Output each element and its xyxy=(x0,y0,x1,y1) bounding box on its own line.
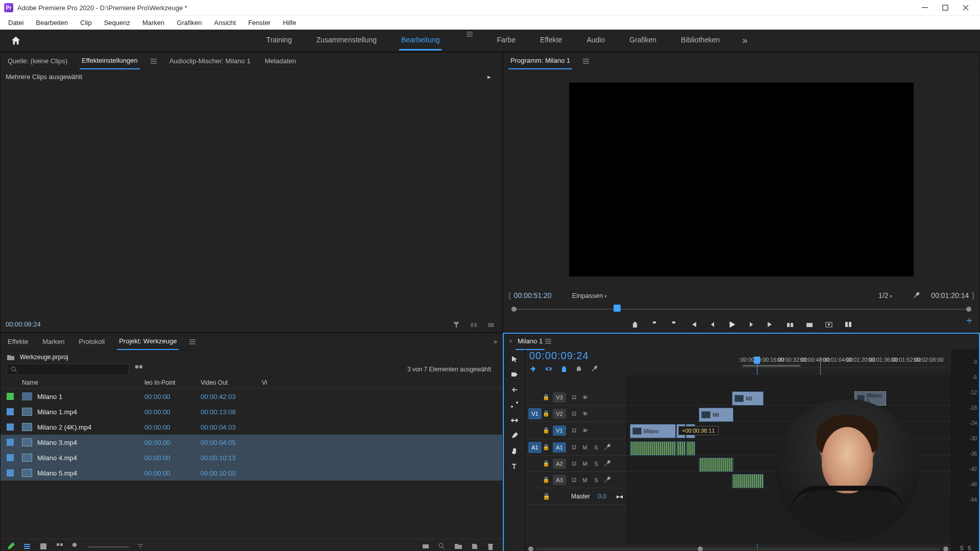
add-button-icon[interactable]: ＋ xyxy=(964,313,974,327)
freeform-view-icon[interactable] xyxy=(134,364,144,374)
menu-bearbeiten[interactable]: Bearbeiten xyxy=(30,17,74,29)
find-icon[interactable] xyxy=(438,542,447,551)
timeline-clip[interactable] xyxy=(686,441,695,456)
menu-marken[interactable]: Marken xyxy=(136,17,170,29)
home-icon[interactable] xyxy=(10,35,21,46)
playhead-icon[interactable] xyxy=(614,305,621,312)
source-timecode[interactable]: 00:00:09:24 xyxy=(6,320,41,328)
menu-fenster[interactable]: Fenster xyxy=(242,17,277,29)
linked-selection-icon[interactable] xyxy=(545,365,554,374)
project-row[interactable]: Milano 5.mp4 00:00:00 00:00:10:00 xyxy=(1,465,502,481)
timeline-clip[interactable] xyxy=(732,474,764,488)
maximize-button[interactable] xyxy=(935,0,955,15)
tab-audioclip-mischer[interactable]: Audioclip-Mischer: Milano 1 xyxy=(167,53,253,69)
mark-out-icon[interactable] xyxy=(669,320,678,329)
timeline-clip[interactable]: Mil xyxy=(732,391,764,406)
step-forward-icon[interactable] xyxy=(747,320,756,329)
new-bin-icon[interactable] xyxy=(454,542,463,551)
panel-overflow-icon[interactable]: » xyxy=(494,338,497,345)
master-collapse-icon[interactable]: ▸◂ xyxy=(617,493,627,500)
timeline-ruler[interactable]: :00:00 00:00:16:00 00:00:32:00 00:00:48:… xyxy=(741,357,947,368)
bin-icon[interactable] xyxy=(7,354,15,361)
freeform-icon[interactable] xyxy=(56,542,65,551)
tab-effekte[interactable]: Effekte xyxy=(6,334,30,349)
program-viewer[interactable] xyxy=(569,83,914,277)
step-back-icon[interactable] xyxy=(708,320,717,329)
panel-menu-icon[interactable] xyxy=(189,338,196,345)
timeline-clip[interactable] xyxy=(630,441,676,456)
chevron-right-icon[interactable]: ▸ xyxy=(487,73,491,81)
menu-clip[interactable]: Clip xyxy=(74,17,97,29)
tab-quelle[interactable]: Quelle: (keine Clips) xyxy=(6,53,69,69)
zoom-slider-dot[interactable] xyxy=(72,542,81,551)
menu-datei[interactable]: Datei xyxy=(2,17,30,29)
close-button[interactable] xyxy=(955,0,976,15)
workspace-bibliotheken[interactable]: Bibliotheken xyxy=(679,31,722,51)
comparison-view-icon[interactable] xyxy=(844,320,853,329)
workspace-overflow-icon[interactable]: » xyxy=(742,35,747,46)
list-view-icon[interactable] xyxy=(23,542,32,551)
selection-tool-icon[interactable] xyxy=(509,354,520,364)
workspace-farbe[interactable]: Farbe xyxy=(495,31,518,51)
icon-view-icon[interactable] xyxy=(39,542,48,551)
tl-settings-icon[interactable] xyxy=(591,365,600,374)
project-row[interactable]: Milano 1 00:00:00 00:00:42:03 xyxy=(1,389,502,404)
snap-icon[interactable] xyxy=(529,365,538,374)
tab-projekt[interactable]: Projekt: Werkzeuge xyxy=(117,333,179,350)
workspace-effekte[interactable]: Effekte xyxy=(538,31,564,51)
pen-tool-icon[interactable] xyxy=(509,431,520,441)
mark-in-icon[interactable] xyxy=(650,320,659,329)
go-to-in-icon[interactable] xyxy=(689,320,698,329)
project-column-headers[interactable]: Name leo In-Point Video Out Vi xyxy=(1,377,502,389)
minimize-button[interactable] xyxy=(915,0,935,15)
new-item-icon[interactable] xyxy=(471,542,480,551)
trash-icon[interactable] xyxy=(487,542,496,551)
project-row[interactable]: Milano 2 (4K).mp4 00:00:00 00:00:04:03 xyxy=(1,419,502,435)
timeline-timecode[interactable]: 00:00:09:24 xyxy=(529,350,631,362)
go-to-out-icon[interactable] xyxy=(766,320,775,329)
tab-protokoll[interactable]: Protokoll xyxy=(77,334,107,349)
menu-ansicht[interactable]: Ansicht xyxy=(208,17,242,29)
solo-safe-label[interactable]: S S xyxy=(952,545,979,551)
timeline-clip[interactable] xyxy=(676,441,685,456)
track-header-a1[interactable]: A1🔒A1 ⊡MS🎤 xyxy=(525,439,627,456)
track-header-v1[interactable]: 🔒V1 ⊡👁 xyxy=(525,422,627,439)
workspace-audio[interactable]: Audio xyxy=(584,31,607,51)
project-row[interactable]: Milano 4.mp4 00:00:00 00:00:10:13 xyxy=(1,450,502,465)
panel-menu-icon[interactable] xyxy=(582,58,590,65)
lift-icon[interactable] xyxy=(786,320,795,329)
close-tab-icon[interactable]: × xyxy=(509,338,512,345)
extract-icon[interactable] xyxy=(805,320,814,329)
timeline-clip[interactable]: Milano xyxy=(630,424,676,438)
menu-grafiken[interactable]: Grafiken xyxy=(170,17,208,29)
play-button[interactable] xyxy=(727,320,737,329)
tab-sequence[interactable]: Milano 1 xyxy=(516,333,545,350)
add-marker-tl-icon[interactable] xyxy=(560,365,569,374)
track-header-master[interactable]: 🔒 Master 0,0 ▸◂ xyxy=(525,488,627,505)
menu-sequenz[interactable]: Sequenz xyxy=(98,17,136,29)
filter-icon[interactable] xyxy=(452,321,460,329)
project-search-input[interactable] xyxy=(7,364,129,375)
workspace-grafiken[interactable]: Grafiken xyxy=(627,31,658,51)
timeline-clip[interactable]: Mil xyxy=(699,408,733,422)
resolution-dropdown[interactable]: 1/2 xyxy=(878,291,892,299)
panel-menu-icon[interactable] xyxy=(150,58,157,65)
zoom-fit-dropdown[interactable]: Einpassen xyxy=(572,292,607,299)
sort-icon[interactable] xyxy=(136,542,145,551)
tab-programm[interactable]: Programm: Milano 1 xyxy=(508,53,572,69)
settings-wrench-icon[interactable] xyxy=(913,291,921,299)
track-header-v3[interactable]: 🔒V3 ⊡👁 xyxy=(525,389,627,406)
tl-marker-icon[interactable] xyxy=(575,365,584,374)
type-tool-icon[interactable]: T xyxy=(509,461,520,471)
razor-tool-icon[interactable] xyxy=(509,400,520,410)
ripple-edit-tool-icon[interactable] xyxy=(509,385,520,395)
track-header-v2[interactable]: V1🔒V2 ⊡👁 xyxy=(525,406,627,422)
program-scrubber[interactable] xyxy=(508,304,974,315)
panel-menu-icon[interactable] xyxy=(545,338,552,345)
automate-icon[interactable] xyxy=(422,542,431,551)
add-marker-icon[interactable] xyxy=(630,320,640,329)
workspace-bearbeitung[interactable]: Bearbeitung xyxy=(399,31,442,51)
workspace-zusammenstellung[interactable]: Zusammenstellung xyxy=(314,31,379,51)
tab-effekteinstellungen[interactable]: Effekteinstellungen xyxy=(80,53,140,69)
track-header-a3[interactable]: 🔒A3 ⊡MS🎤 xyxy=(525,472,627,488)
